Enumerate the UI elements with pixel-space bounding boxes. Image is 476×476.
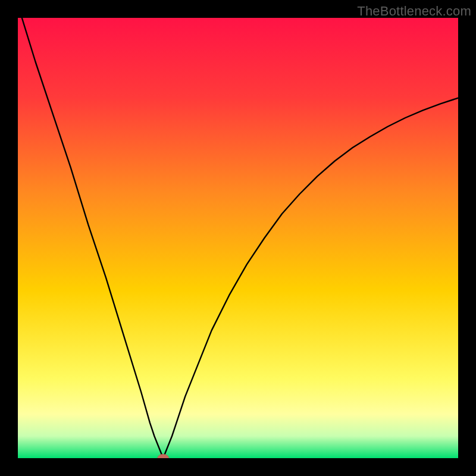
chart-frame (18, 18, 458, 458)
chart-canvas (18, 18, 458, 458)
gradient-background (18, 18, 458, 458)
watermark-text: TheBottleneck.com (357, 4, 471, 19)
